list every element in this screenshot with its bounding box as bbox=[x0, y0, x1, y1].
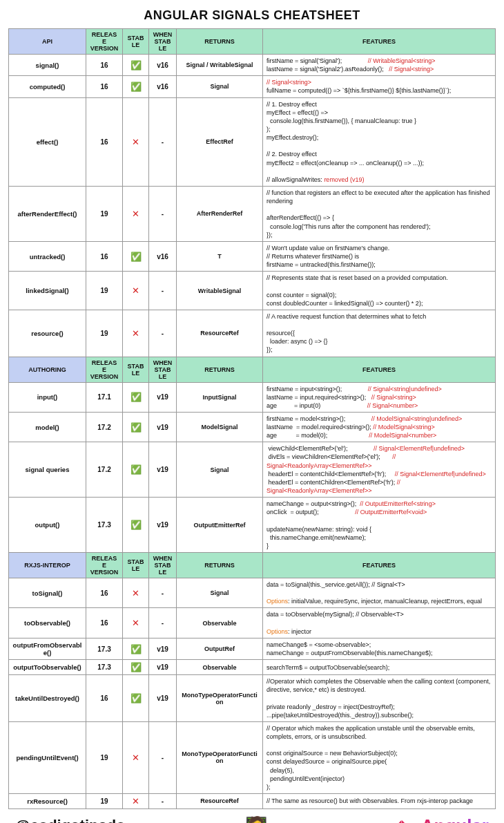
col-returns: RETURNS bbox=[177, 553, 263, 578]
cell-api: pendingUntilEvent() bbox=[9, 721, 86, 793]
check-icon: ✅ bbox=[130, 60, 142, 70]
cell-when: v19 bbox=[149, 412, 177, 442]
author-handle: @codigotipado bbox=[15, 817, 126, 823]
cell-returns: MonoTypeOperatorFunction bbox=[177, 721, 263, 793]
section-name: API bbox=[9, 29, 86, 55]
cell-when: v19 bbox=[149, 638, 177, 659]
cell-release: 19 bbox=[86, 721, 123, 793]
cell-stable: ✕ bbox=[123, 608, 149, 638]
table-row: model()17.2✅v19ModelSignalfirstName = mo… bbox=[9, 412, 496, 442]
footer: @codigotipado 🧑‍💻 ◢◣ Angular bbox=[8, 815, 496, 823]
code-fragment: nameChange = output<string>(); bbox=[266, 500, 360, 507]
table-row: signal()16✅v16Signal / WritableSignalfir… bbox=[9, 55, 496, 76]
cell-api: outputToObservable() bbox=[9, 660, 86, 675]
angular-logo: ◢◣ Angular bbox=[387, 815, 489, 823]
check-icon: ✅ bbox=[130, 644, 142, 654]
code-fragment: // Signal<string> bbox=[389, 66, 434, 73]
cell-when: - bbox=[149, 272, 177, 310]
cell-stable: ✕ bbox=[123, 97, 149, 186]
code-fragment: viewChild<ElementRef>('el'); bbox=[266, 445, 374, 452]
cell-api: effect() bbox=[9, 97, 86, 186]
cell-when: - bbox=[149, 97, 177, 186]
cell-when: v19 bbox=[149, 382, 177, 412]
table-row: linkedSignal()19✕-WritableSignal// Repre… bbox=[9, 272, 496, 310]
table-row: toSignal()16✕-Signaldata = toSignal(this… bbox=[9, 578, 496, 608]
cell-returns: MonoTypeOperatorFunction bbox=[177, 675, 263, 722]
cell-when: v19 bbox=[149, 442, 177, 498]
cell-stable: ✅ bbox=[123, 76, 149, 97]
code-fragment: fullName = computed(() => `${this.firstN… bbox=[266, 87, 451, 94]
table-row: input()17.1✅v19InputSignalfirstName = in… bbox=[9, 382, 496, 412]
cell-api: rxResource() bbox=[9, 793, 86, 808]
cell-release: 16 bbox=[86, 97, 123, 186]
cell-api: outputFromObservable() bbox=[9, 638, 86, 659]
cell-release: 17.3 bbox=[86, 638, 123, 659]
cell-release: 19 bbox=[86, 310, 123, 357]
section-name: RXJS-INTEROP bbox=[9, 553, 86, 578]
code-fragment: headerEl = contentChildren<ElementRef>('… bbox=[266, 479, 397, 486]
check-icon: ✅ bbox=[130, 662, 142, 672]
cell-release: 17.1 bbox=[86, 382, 123, 412]
cell-release: 16 bbox=[86, 76, 123, 97]
code-fragment: // Signal<number> bbox=[367, 402, 418, 409]
col-returns: RETURNS bbox=[177, 357, 263, 382]
cell-features: // Signal<string> fullName = computed(()… bbox=[263, 76, 496, 97]
code-fragment: // Signal<ElementRef|undefined> bbox=[395, 471, 486, 477]
code-fragment: age = model(0); bbox=[266, 432, 369, 439]
cell-api: afterRenderEffect() bbox=[9, 186, 86, 241]
code-fragment: : initialValue, requireSync, injector, m… bbox=[288, 598, 482, 605]
cell-returns: Observable bbox=[177, 660, 263, 675]
col-when: WHEN STABLE bbox=[149, 29, 177, 55]
cell-returns: Observable bbox=[177, 608, 263, 638]
code-fragment: // The same as resource() but with Obser… bbox=[266, 797, 473, 804]
code-fragment: lastName = input.required<string>(); bbox=[266, 394, 371, 401]
cell-stable: ✕ bbox=[123, 721, 149, 793]
cell-api: output() bbox=[9, 498, 86, 553]
table-row: output()17.3✅v19OutputEmitterRefnameChan… bbox=[9, 498, 496, 553]
table-row: takeUntilDestroyed()16✅v19MonoTypeOperat… bbox=[9, 675, 496, 722]
cell-stable: ✕ bbox=[123, 186, 149, 241]
cross-icon: ✕ bbox=[132, 618, 139, 628]
cell-api: linkedSignal() bbox=[9, 272, 86, 310]
cell-api: model() bbox=[9, 412, 86, 442]
cell-when: v16 bbox=[149, 55, 177, 76]
cell-returns: T bbox=[177, 241, 263, 271]
check-icon: ✅ bbox=[130, 422, 142, 433]
section-header-row: RXJS-INTEROPRELEASE VERSIONSTABLEWHEN ST… bbox=[9, 553, 496, 578]
cell-returns: Signal bbox=[177, 76, 263, 97]
check-icon: ✅ bbox=[130, 464, 142, 475]
cell-features: firstName = input<string>(); // Signal<s… bbox=[263, 382, 496, 412]
cell-release: 16 bbox=[86, 608, 123, 638]
cell-stable: ✅ bbox=[123, 55, 149, 76]
table-row: outputToObservable()17.3✅v19Observablese… bbox=[9, 660, 496, 675]
cell-when: v19 bbox=[149, 675, 177, 722]
cell-release: 16 bbox=[86, 55, 123, 76]
cheatsheet-table: APIRELEASE VERSIONSTABLEWHEN STABLERETUR… bbox=[8, 28, 496, 809]
cell-features: // A reactive request function that dete… bbox=[263, 310, 496, 357]
cross-icon: ✕ bbox=[132, 796, 139, 806]
code-fragment: nameChange$ = <some-observable>; nameCha… bbox=[266, 641, 432, 656]
code-fragment: Options bbox=[266, 628, 288, 635]
cross-icon: ✕ bbox=[132, 285, 139, 296]
cell-stable: ✕ bbox=[123, 578, 149, 608]
code-fragment: firstName = input<string>(); bbox=[266, 386, 368, 392]
table-row: outputFromObservable()17.3✅v19OutputRefn… bbox=[9, 638, 496, 659]
code-fragment: // Signal<string> bbox=[371, 394, 416, 401]
cell-features: data = toSignal(this._service.getAll());… bbox=[263, 578, 496, 608]
cell-release: 16 bbox=[86, 241, 123, 271]
cell-features: // 1. Destroy effect myEffect = effect((… bbox=[263, 97, 496, 186]
table-row: rxResource()19✕-ResourceRef// The same a… bbox=[9, 793, 496, 808]
col-stable: STABLE bbox=[123, 29, 149, 55]
cross-icon: ✕ bbox=[132, 209, 139, 219]
code-fragment: : injector bbox=[288, 628, 311, 635]
code-fragment: headerEl = contentChild<ElementRef>('h')… bbox=[266, 471, 395, 477]
cell-api: resource() bbox=[9, 310, 86, 357]
code-fragment: updateName(newName: string): void { this… bbox=[266, 526, 371, 549]
section-header-row: AUTHORINGRELEASE VERSIONSTABLEWHEN STABL… bbox=[9, 357, 496, 382]
cell-api: signal queries bbox=[9, 442, 86, 498]
check-icon: ✅ bbox=[130, 392, 142, 402]
cell-stable: ✅ bbox=[123, 241, 149, 271]
cell-api: takeUntilDestroyed() bbox=[9, 675, 86, 722]
col-features: FEATURES bbox=[263, 29, 496, 55]
page-title: ANGULAR SIGNALS CHEATSHEET bbox=[8, 8, 496, 23]
